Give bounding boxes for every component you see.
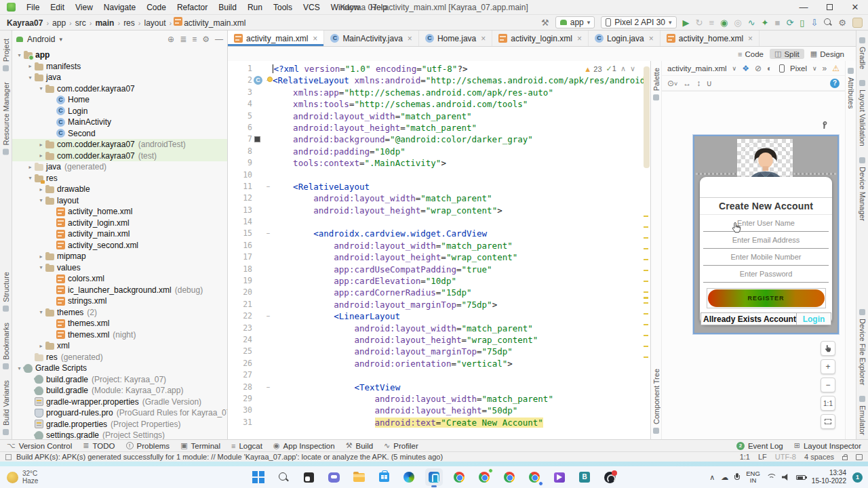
menu-item-tools[interactable]: Tools (268, 3, 298, 12)
indent-indicator[interactable]: 4 spaces (804, 453, 834, 461)
maximize-button[interactable] (816, 0, 842, 14)
chevron-down-icon[interactable]: ▾ (26, 75, 35, 81)
tab-home-java[interactable]: CHome.java× (419, 30, 492, 46)
readonly-lock-icon[interactable] (842, 456, 848, 460)
tool-strip-palette[interactable]: Palette (652, 68, 660, 100)
build-hammer-icon[interactable]: ⚒ (541, 18, 549, 27)
settings-gear-icon[interactable]: ⚙ (838, 18, 846, 27)
orientation-vertical-icon[interactable]: ↕ (696, 79, 701, 88)
profile-low-overhead-icon[interactable]: ✦ (762, 18, 769, 27)
fold-marker-icon[interactable]: − (264, 382, 273, 393)
fold-marker-icon[interactable]: − (264, 181, 273, 192)
tool-strip-gradle[interactable]: Gradle (859, 37, 867, 69)
tab-login-java[interactable]: CLogin.java× (589, 30, 660, 46)
tree-item-com-codder-kayraa07[interactable]: ▾com.codder.kayraa07 (12, 83, 227, 95)
toolwindow-button-profiler[interactable]: ∿Profiler (384, 441, 418, 450)
taskbar-weather-widget[interactable]: 32°CHaze (7, 470, 38, 485)
chevron-right-icon[interactable]: ▸ (26, 164, 35, 170)
taskbar-icon-chat[interactable] (325, 468, 342, 486)
close-button[interactable]: ✕ (842, 0, 868, 14)
zoom-in-button[interactable]: + (821, 359, 835, 374)
tree-item-com-codder-kayraa07-test[interactable]: ▸com.codder.kayraa07(test) (12, 150, 227, 162)
toolwindow-button-todo[interactable]: ≣TODO (83, 441, 115, 450)
tree-item-gradle-scripts[interactable]: ▾Gradle Scripts (12, 363, 227, 374)
editor-scrollbar[interactable] (644, 66, 650, 168)
tree-item-proguard-rules-pro-proguard-rules-for-kayraa-07-app[interactable]: proguard-rules.pro(ProGuard Rules for Ka… (12, 407, 227, 419)
breadcrumb-kayraa07[interactable]: Kayraa07 (5, 18, 44, 28)
zoom-out-button[interactable]: − (821, 378, 835, 392)
stop-button[interactable]: ■ (775, 18, 781, 27)
tree-item-gradle-wrapper-properties-gradle-version[interactable]: gradle-wrapper.properties(Gradle Version… (12, 396, 227, 408)
zoom-fit-button[interactable] (821, 414, 835, 429)
microphone-icon[interactable] (734, 473, 740, 482)
tree-item-ic-launcher-background-xml-debug[interactable]: ic_launcher_background.xml(debug) (12, 285, 227, 296)
code-editor[interactable]: 1<?xml version="1.0" encoding="utf-8"?>2… (228, 61, 651, 439)
tree-item-themes-2[interactable]: ▾themes(2) (12, 307, 227, 319)
tool-strip-bookmarks[interactable]: Bookmarks (2, 323, 10, 369)
preview-device-selector[interactable]: Pixel (790, 64, 807, 73)
profile-button[interactable]: ∿ (748, 18, 755, 27)
taskbar-icon-store[interactable] (375, 468, 393, 486)
chevron-right-icon[interactable]: ▸ (26, 63, 35, 69)
tree-item-activity-home-xml[interactable]: activity_home.xml (12, 206, 227, 218)
tree-item-manifests[interactable]: ▸manifests (12, 61, 227, 73)
menu-item-vcs[interactable]: VCS (298, 3, 326, 12)
close-tab-icon[interactable]: × (577, 34, 582, 43)
taskbar-icon-search[interactable] (275, 468, 292, 486)
taskbar-icon-chrome-4[interactable] (526, 468, 543, 486)
tree-item-activity-second-xml[interactable]: activity_second.xml (12, 240, 227, 251)
toolwindow-button-build[interactable]: ⚒Build (346, 441, 373, 450)
toolwindow-button-terminal[interactable]: ▣Terminal (180, 441, 220, 450)
tree-item-build-gradle-module-kayraa-07-app[interactable]: build.gradle(Module: Kayraa_07.app) (12, 385, 227, 396)
breadcrumb-res[interactable]: res (122, 18, 136, 28)
fold-marker-icon[interactable]: − (264, 310, 273, 322)
zoom-actual-button[interactable]: 1:1 (821, 396, 835, 411)
device-selector[interactable]: Pixel 2 API 30 ▾ (601, 16, 676, 28)
tree-item-activity-main-xml[interactable]: activity_main.xml (12, 228, 227, 240)
toolwindow-button-layout-inspector[interactable]: ⊞Layout Inspector (794, 441, 861, 450)
menu-item-refactor[interactable]: Refactor (172, 3, 213, 12)
volume-icon[interactable] (782, 474, 790, 481)
tree-item-com-codder-kayraa07-androidtest[interactable]: ▸com.codder.kayraa07(androidTest) (12, 139, 227, 150)
tree-item-gradle-properties-project-properties[interactable]: gradle.properties(Project Properties) (12, 419, 227, 430)
fold-marker-icon[interactable]: − (264, 228, 273, 239)
chevron-down-icon[interactable]: ▾ (37, 85, 45, 92)
tree-item-colors-xml[interactable]: colors.xml (12, 273, 227, 285)
input-enter-password[interactable]: Enter Password (703, 266, 829, 283)
menu-item-edit[interactable]: Edit (45, 3, 70, 12)
tab-activity-main-xml[interactable]: activity_main.xml× (228, 30, 324, 46)
input-enter-email-address[interactable]: Enter Email Address (703, 232, 829, 249)
close-tab-icon[interactable]: × (481, 34, 486, 43)
tree-item-activity-login-xml[interactable]: activity_login.xml (12, 218, 227, 229)
menu-item-build[interactable]: Build (213, 3, 242, 12)
chevron-down-icon[interactable]: ▾ (37, 197, 45, 203)
view-options-eye-icon[interactable]: ⊙˅ (667, 79, 677, 88)
menu-item-view[interactable]: View (70, 3, 98, 12)
tree-item-mainactivity[interactable]: CMainActivity (12, 117, 227, 128)
taskbar-icon-file-explorer[interactable] (350, 468, 368, 486)
render-warning-icon[interactable]: ⚠ (832, 64, 840, 73)
sdk-manager-icon[interactable]: ⇩ (810, 18, 818, 27)
taskbar-icon-chrome-2[interactable] (475, 468, 493, 486)
notifications-icon[interactable] (856, 454, 863, 460)
tree-item-layout[interactable]: ▾layout (12, 195, 227, 207)
tree-item-drawable[interactable]: ▸drawable (12, 184, 227, 195)
tool-strip-structure[interactable]: Structure (2, 272, 10, 312)
project-view-selector[interactable]: Android (27, 35, 55, 44)
sync-gradle-icon[interactable]: ⟳ (786, 18, 793, 27)
onedrive-cloud-icon[interactable]: ☁ (721, 473, 728, 482)
pan-hand-button[interactable] (821, 341, 835, 356)
night-mode-icon[interactable]: ◐ (767, 64, 772, 73)
taskbar-icon-edge[interactable] (400, 468, 418, 486)
chevron-down-icon[interactable]: ▾ (26, 175, 35, 181)
breadcrumb-main[interactable]: main (94, 18, 115, 28)
tool-strip-component-tree[interactable]: Component Tree (652, 369, 660, 434)
run-config-selector[interactable]: app ▾ (555, 16, 595, 28)
attach-debugger-icon[interactable]: ◎ (734, 18, 741, 27)
menu-item-run[interactable]: Run (242, 3, 268, 12)
taskbar-icon-obs[interactable] (601, 468, 618, 486)
run-button[interactable]: ▶ (683, 18, 690, 27)
panel-settings-gear-icon[interactable]: ⚙ (202, 35, 210, 44)
breadcrumb-src[interactable]: src (74, 18, 87, 28)
tool-strip-resource-manager[interactable]: Resource Manager (2, 82, 10, 155)
